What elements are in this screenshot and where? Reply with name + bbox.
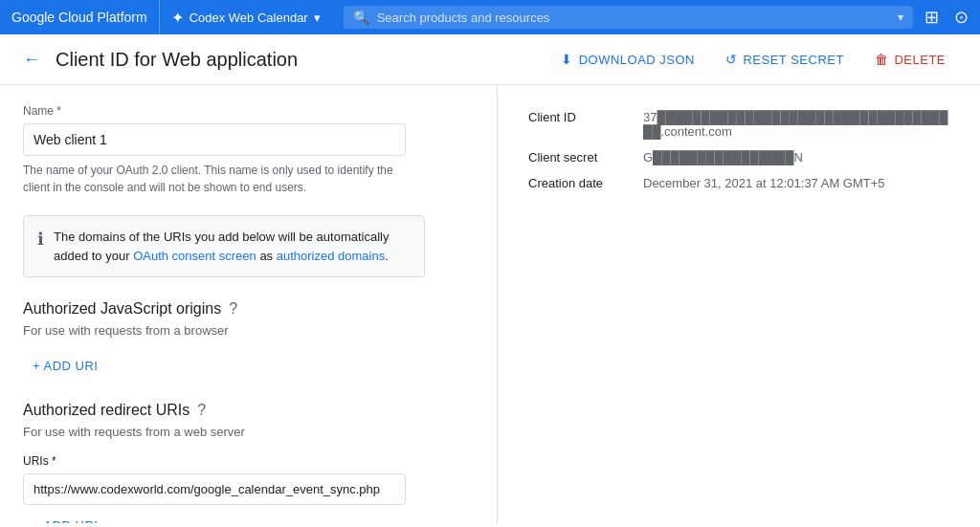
nav-icon-group: ⊞ ⊙ [924,7,969,28]
subheader-actions: ⬇ DOWNLOAD JSON ↺ RESET SECRET 🗑 DELETE [549,46,957,73]
search-chevron-icon: ▾ [898,11,903,24]
js-origins-desc: For use with requests from a browser [23,323,474,338]
js-origins-help-icon[interactable]: ? [229,300,237,318]
back-button[interactable]: ← [23,50,40,70]
add-uri-button-1[interactable]: + ADD URI [23,353,107,379]
reset-icon: ↺ [725,52,738,67]
client-info-table: Client ID 37████████████████████████████… [521,104,957,196]
left-panel: Name * The name of your OAuth 2.0 client… [0,85,498,523]
client-secret-row: Client secret G████████████████N [521,144,957,170]
redirect-uris-desc: For use with requests from a web server [23,425,474,439]
client-id-label: Client ID [521,104,635,144]
client-id-value: 37███████████████████████████████████.co… [635,104,957,144]
authorized-domains-link[interactable]: authorized domains [277,249,385,263]
page-title: Client ID for Web application [56,49,534,71]
js-origins-section: Authorized JavaScript origins ? For use … [23,300,474,379]
search-icon: 🔍 [353,10,369,25]
subheader: ← Client ID for Web application ⬇ DOWNLO… [0,34,980,85]
client-secret-label: Client secret [521,144,635,170]
right-panel: Client ID 37████████████████████████████… [498,85,980,523]
name-field-group: Name * The name of your OAuth 2.0 client… [23,104,474,196]
search-input[interactable] [377,11,890,25]
info-box-text: The domains of the URIs you add below wi… [54,228,411,265]
js-origins-title: Authorized JavaScript origins ? [23,300,474,318]
redirect-uris-title: Authorized redirect URIs ? [23,402,474,419]
download-json-button[interactable]: ⬇ DOWNLOAD JSON [549,46,706,73]
uri-input[interactable] [23,473,406,505]
redirect-uris-help-icon[interactable]: ? [197,402,206,419]
project-selector[interactable]: ✦ Codex Web Calendar ▾ [160,9,332,27]
oauth-consent-link[interactable]: OAuth consent screen [133,249,256,263]
client-id-row: Client ID 37████████████████████████████… [521,104,957,144]
search-bar[interactable]: 🔍 ▾ [344,6,913,29]
main-content: Name * The name of your OAuth 2.0 client… [0,85,980,523]
name-helper-text: The name of your OAuth 2.0 client. This … [23,162,406,196]
reset-secret-button[interactable]: ↺ RESET SECRET [714,46,856,73]
delete-icon: 🗑 [875,52,889,67]
google-logo-text: Google Cloud Platform [11,10,147,25]
google-cloud-logo: Google Cloud Platform [11,0,160,34]
uri-input-wrapper: URIs * [23,454,474,505]
info-box: ℹ The domains of the URIs you add below … [23,215,425,277]
uris-label: URIs * [23,454,474,468]
top-navigation: Google Cloud Platform ✦ Codex Web Calend… [0,0,980,34]
add-uri-button-2[interactable]: + ADD URI [23,513,107,523]
download-icon: ⬇ [561,52,573,67]
apps-icon[interactable]: ⊞ [924,7,939,28]
name-input[interactable] [23,123,406,156]
dots-icon: ✦ [171,9,184,27]
info-icon: ℹ [37,229,44,250]
client-secret-value: G████████████████N [635,144,957,170]
creation-date-row: Creation date December 31, 2021 at 12:01… [521,170,957,196]
account-icon[interactable]: ⊙ [954,7,969,28]
chevron-down-icon: ▾ [314,11,321,25]
creation-date-label: Creation date [521,170,635,196]
name-label: Name * [23,104,474,118]
redirect-uris-section: Authorized redirect URIs ? For use with … [23,402,474,523]
delete-button[interactable]: 🗑 DELETE [863,46,957,73]
project-name: Codex Web Calendar [189,11,308,25]
creation-date-value: December 31, 2021 at 12:01:37 AM GMT+5 [635,170,957,196]
